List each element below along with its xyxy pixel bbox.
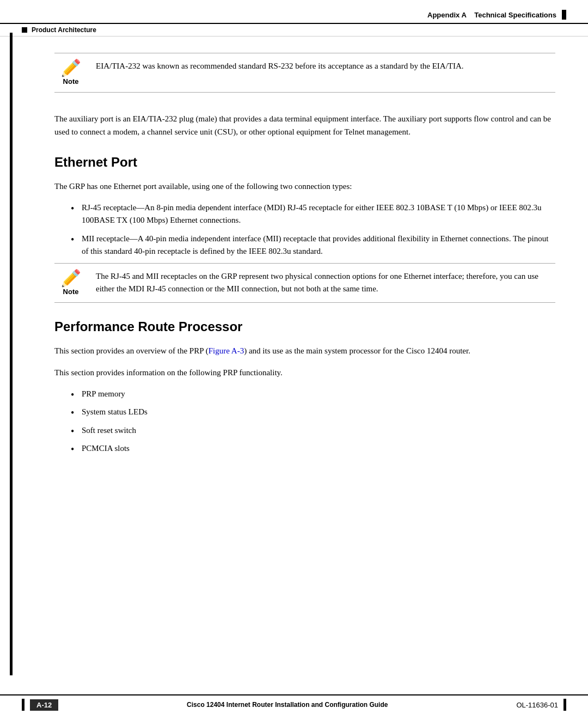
paragraph-1: The auxiliary port is an EIA/TIA-232 plu… <box>54 112 555 138</box>
ethernet-bullet-1: RJ-45 receptacle—An 8-pin media dependen… <box>82 203 542 224</box>
footer-left-bar <box>22 699 24 711</box>
note-text-1: EIA/TIA-232 was known as recommended sta… <box>96 60 555 72</box>
prp-bullet-list: PRP memory System status LEDs Soft reset… <box>71 388 555 455</box>
list-item: System status LEDs <box>71 406 555 418</box>
appendix-label: Appendix A <box>427 11 467 19</box>
prp-bullet-1: PRP memory <box>82 389 125 398</box>
prp-bullet-4: PCMCIA slots <box>82 444 130 453</box>
footer-right-bar <box>564 699 566 711</box>
list-item: PCMCIA slots <box>71 442 555 455</box>
note-icon-area-2: ✏️ Note <box>54 270 87 296</box>
main-content: ✏️ Note EIA/TIA-232 was known as recomme… <box>0 36 588 477</box>
page-badge: A-12 <box>30 699 58 711</box>
ethernet-heading: Ethernet Port <box>54 155 555 170</box>
pencil-icon-1: ✏️ <box>61 60 81 76</box>
note-label-1: Note <box>63 77 79 86</box>
sub-header-label: Product Architecture <box>32 26 96 34</box>
sub-header: Product Architecture <box>0 24 588 36</box>
section-label: Technical Specifications <box>474 11 556 19</box>
prp-intro-after: ) and its use as the main system process… <box>244 346 470 355</box>
footer-right: OL-11636-01 <box>516 699 566 711</box>
note-text-2: The RJ-45 and MII receptacles on the GRP… <box>96 270 555 295</box>
footer-left: A-12 <box>22 699 58 711</box>
note-label-2: Note <box>63 288 79 296</box>
sub-header-icon <box>22 27 27 33</box>
note-icon-area-1: ✏️ Note <box>54 60 87 86</box>
footer-book-title: Cisco 12404 Internet Router Installation… <box>187 701 388 709</box>
figure-a3-link[interactable]: Figure A-3 <box>209 346 244 355</box>
footer-doc-id: OL-11636-01 <box>516 701 558 709</box>
list-item: PRP memory <box>71 388 555 400</box>
header-right-bar <box>562 10 566 20</box>
list-item: Soft reset switch <box>71 424 555 437</box>
page: Appendix A Technical Specifications Prod… <box>0 0 588 714</box>
prp-intro-2: This section provides information on the… <box>54 366 555 379</box>
left-bar <box>10 33 13 675</box>
list-item: MII receptacle—A 40-pin media independen… <box>71 233 555 258</box>
prp-heading: Performance Route Processor <box>54 319 555 334</box>
list-item: RJ-45 receptacle—An 8-pin media dependen… <box>71 202 555 227</box>
ethernet-intro: The GRP has one Ethernet port available,… <box>54 180 555 193</box>
note-box-1: ✏️ Note EIA/TIA-232 was known as recomme… <box>54 53 555 93</box>
pencil-icon-2: ✏️ <box>61 270 81 286</box>
ethernet-bullet-2: MII receptacle—A 40-pin media independen… <box>82 234 548 255</box>
prp-intro-before: This section provides an overview of the… <box>54 346 209 355</box>
prp-bullet-2: System status LEDs <box>82 407 148 416</box>
prp-bullet-3: Soft reset switch <box>82 426 136 435</box>
ethernet-bullet-list: RJ-45 receptacle—An 8-pin media dependen… <box>71 202 555 258</box>
page-header: Appendix A Technical Specifications <box>0 0 588 24</box>
footer-center-text: Cisco 12404 Internet Router Installation… <box>58 701 516 709</box>
prp-intro-1: This section provides an overview of the… <box>54 344 555 357</box>
page-footer: A-12 Cisco 12404 Internet Router Install… <box>0 694 588 714</box>
header-label: Appendix A Technical Specifications <box>427 11 556 19</box>
note-box-2: ✏️ Note The RJ-45 and MII receptacles on… <box>54 263 555 303</box>
